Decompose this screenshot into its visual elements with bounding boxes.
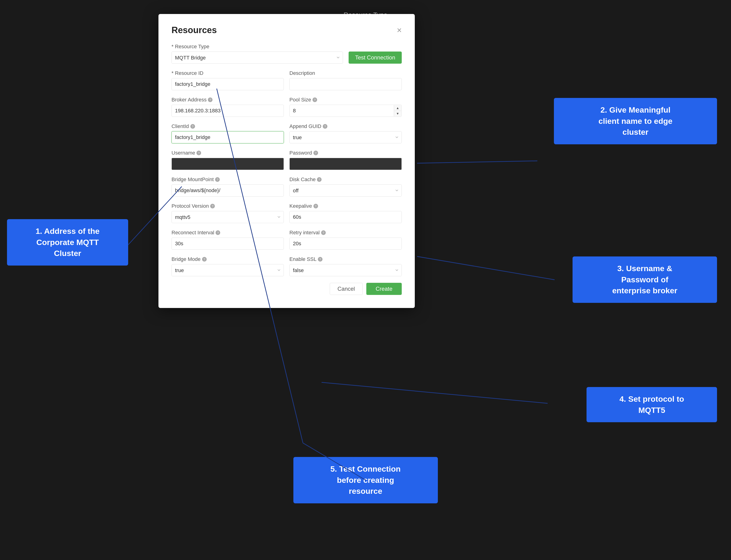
resource-id-label: * Resource ID — [172, 70, 284, 76]
annotation-3: 3. Username & Password of enterprise bro… — [572, 256, 717, 303]
mountpoint-diskcache-row: Bridge MountPoint ? Disk Cache ? off on — [172, 176, 402, 197]
protocol-help-icon: ? — [210, 204, 215, 208]
retry-interval-label: Retry interval ? — [290, 230, 402, 236]
enable-ssl-select[interactable]: false true — [290, 264, 402, 276]
close-icon[interactable]: × — [397, 26, 402, 35]
annotation-1: 1. Address of the Corporate MQTT Cluster — [7, 219, 128, 266]
description-group: Description — [290, 70, 402, 90]
create-button[interactable]: Create — [366, 283, 402, 295]
clientid-help-icon: ? — [190, 124, 195, 129]
bridge-mountpoint-label: Bridge MountPoint ? — [172, 176, 284, 183]
resource-id-group: * Resource ID — [172, 70, 284, 90]
append-guid-group: Append GUID ? true false — [290, 123, 402, 143]
pool-size-input[interactable] — [290, 105, 402, 117]
protocol-version-select[interactable]: mqttv5 mqttv4 mqttv3 — [172, 211, 284, 223]
annotation-4: 4. Set protocol to MQTT5 — [586, 387, 717, 422]
password-label: Password ? — [290, 150, 402, 156]
resource-type-select[interactable]: MQTT Bridge — [172, 52, 343, 64]
reconnect-retry-row: Reconnect Interval ? Retry interval ? — [172, 230, 402, 250]
username-input-masked[interactable] — [172, 158, 284, 170]
broker-pool-row: Broker Address ? Pool Size ? ▲ ▼ — [172, 97, 402, 117]
password-help-icon: ? — [314, 151, 318, 155]
disk-cache-label: Disk Cache ? — [290, 176, 402, 183]
bridge-mountpoint-input[interactable] — [172, 184, 284, 197]
annotation-2: 2. Give Meaningful client name to edge c… — [554, 98, 717, 144]
resource-id-input[interactable] — [172, 78, 284, 90]
append-guid-select[interactable]: true false — [290, 131, 402, 143]
username-label: Username ? — [172, 150, 284, 156]
disk-cache-select[interactable]: off on — [290, 184, 402, 197]
description-input[interactable] — [290, 78, 402, 90]
keepalive-help-icon: ? — [314, 204, 318, 208]
test-connection-button[interactable]: Test Connection — [349, 52, 402, 64]
enable-ssl-help-icon: ? — [318, 257, 323, 262]
clientid-guid-row: ClientId ? Append GUID ? true false — [172, 123, 402, 143]
pool-size-label: Pool Size ? — [290, 97, 402, 103]
mountpoint-help-icon: ? — [215, 177, 220, 182]
broker-address-input[interactable] — [172, 105, 284, 117]
svg-line-3 — [322, 382, 548, 403]
append-guid-label: Append GUID ? — [290, 123, 402, 129]
modal-title: Resources — [172, 25, 217, 35]
reconnect-interval-group: Reconnect Interval ? — [172, 230, 284, 250]
annotation-5: 5. Test Connection before creating resou… — [294, 457, 438, 503]
pool-size-help-icon: ? — [313, 97, 317, 102]
password-group: Password ? — [290, 150, 402, 170]
keepalive-group: Keepalive ? — [290, 203, 402, 223]
clientid-label: ClientId ? — [172, 123, 284, 129]
keepalive-input[interactable] — [290, 211, 402, 223]
append-guid-help-icon: ? — [323, 124, 328, 129]
disk-cache-group: Disk Cache ? off on — [290, 176, 402, 197]
username-help-icon: ? — [197, 151, 201, 155]
bridge-mode-label: Bridge Mode ? — [172, 256, 284, 262]
pool-size-group: Pool Size ? ▲ ▼ — [290, 97, 402, 117]
bridge-mountpoint-group: Bridge MountPoint ? — [172, 176, 284, 197]
svg-line-2 — [417, 256, 555, 280]
broker-address-label: Broker Address ? — [172, 97, 284, 103]
resource-id-description-row: * Resource ID Description — [172, 70, 402, 90]
pool-size-spinners: ▲ ▼ — [394, 105, 401, 116]
resource-type-group: * Resource Type MQTT Bridge — [172, 44, 343, 64]
bridge-mode-select[interactable]: true false — [172, 264, 284, 276]
clientid-group: ClientId ? — [172, 123, 284, 143]
modal-footer: Cancel Create — [172, 283, 402, 295]
password-input-masked[interactable] — [290, 158, 402, 170]
cancel-button[interactable]: Cancel — [330, 283, 363, 295]
enable-ssl-group: Enable SSL ? false true — [290, 256, 402, 276]
clientid-input[interactable] — [172, 131, 284, 143]
username-group: Username ? — [172, 150, 284, 170]
modal-dialog: Resources × * Resource Type MQTT Bridge … — [159, 14, 415, 308]
bridge-mode-help-icon: ? — [202, 257, 207, 262]
protocol-version-label: Protocol Version ? — [172, 203, 284, 209]
broker-address-group: Broker Address ? — [172, 97, 284, 117]
modal-header: Resources × — [172, 25, 402, 35]
broker-address-help-icon: ? — [208, 97, 213, 102]
retry-interval-group: Retry interval ? — [290, 230, 402, 250]
bridgemode-ssl-row: Bridge Mode ? true false Enable SSL ? fa… — [172, 256, 402, 276]
username-password-row: Username ? Password ? — [172, 150, 402, 170]
pool-size-decrement[interactable]: ▼ — [394, 111, 401, 117]
protocol-version-group: Protocol Version ? mqttv5 mqttv4 mqttv3 — [172, 203, 284, 223]
resource-type-row: * Resource Type MQTT Bridge Test Connect… — [172, 44, 402, 64]
keepalive-label: Keepalive ? — [290, 203, 402, 209]
reconnect-help-icon: ? — [216, 230, 220, 235]
resource-type-label: * Resource Type — [172, 44, 343, 50]
reconnect-interval-input[interactable] — [172, 238, 284, 250]
bridge-mode-group: Bridge Mode ? true false — [172, 256, 284, 276]
description-label: Description — [290, 70, 402, 76]
svg-line-1 — [417, 161, 537, 163]
protocol-keepalive-row: Protocol Version ? mqttv5 mqttv4 mqttv3 … — [172, 203, 402, 223]
disk-cache-help-icon: ? — [317, 177, 322, 182]
pool-size-increment[interactable]: ▲ — [394, 105, 401, 111]
retry-help-icon: ? — [321, 230, 326, 235]
enable-ssl-label: Enable SSL ? — [290, 256, 402, 262]
reconnect-interval-label: Reconnect Interval ? — [172, 230, 284, 236]
retry-interval-input[interactable] — [290, 238, 402, 250]
